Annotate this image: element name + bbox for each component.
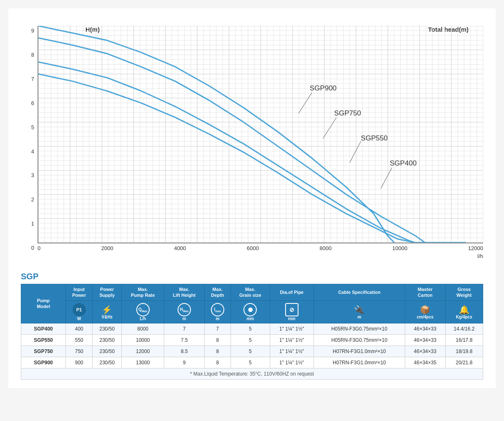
- x-axis-label: 6000: [247, 245, 259, 251]
- cell-dia_of_pipe: 1" 1¼" 1½": [270, 323, 313, 334]
- cell-model: SGP550: [21, 334, 66, 346]
- cell-max_depth: 8: [204, 357, 231, 368]
- cell-max_grain_size: 5: [231, 334, 270, 346]
- col-header-max_lift_height: Max.Lift Height: [164, 284, 205, 301]
- table-header-icons: P1W⚡V&HzQMaxL/hHMaxmImaxm⬤mm⊘mm🔌m📦cm/4pc…: [21, 301, 483, 323]
- cell-gross_weight: 14.4/16.2: [445, 323, 483, 334]
- y-axis-label: 7: [31, 76, 34, 82]
- table-footer: * Max.Liquid Temperature: 35°C, 110V/60H…: [21, 368, 483, 379]
- cell-max_depth: 8: [204, 334, 231, 346]
- cell-max_pump_rate: 8000: [122, 323, 164, 334]
- cell-input_power: 400: [66, 323, 93, 334]
- svg-line-122: [350, 141, 361, 163]
- x-axis-label: 2000: [101, 245, 113, 251]
- cell-max_lift_height: 8.5: [164, 346, 205, 357]
- cell-input_power: 750: [66, 346, 93, 357]
- cell-cable_spec: H05RN-F3G0.75mm²×10: [313, 323, 405, 334]
- x-unit: l/h: [38, 253, 483, 259]
- y-axis-label: 0: [31, 245, 34, 251]
- col-header-max_depth: Max.Depth: [204, 284, 231, 301]
- y-axis-label: 5: [31, 124, 34, 130]
- x-axis-label: 4000: [174, 245, 186, 251]
- col-icon-max_pump_rate: QMaxL/h: [122, 301, 164, 323]
- col-header-max_pump_rate: Max.Pump Rate: [122, 284, 164, 301]
- cell-max_grain_size: 5: [231, 346, 270, 357]
- col-icon-dia_of_pipe: ⊘mm: [270, 301, 313, 323]
- y-axis-label: 4: [31, 148, 34, 155]
- col-icon-max_depth: Imaxm: [204, 301, 231, 323]
- table-row: SGP550550230/50100007.5851" 1¼" 1½"H05RN…: [21, 334, 483, 346]
- table-section: SGP PumpModelInputPowerPowerSupplyMax.Pu…: [21, 272, 483, 380]
- col-header-cable_spec: Cable Specification: [313, 284, 405, 301]
- cell-gross_weight: 20/21.8: [445, 357, 483, 368]
- x-axis-label: 0: [38, 245, 40, 251]
- x-axis-label: 8000: [320, 245, 332, 251]
- col-icon-power_supply: ⚡V&Hz: [93, 301, 122, 323]
- svg-line-120: [323, 118, 336, 138]
- table-row: SGP400400230/5080007751" 1¼" 1½"H05RN-F3…: [21, 323, 483, 334]
- cell-gross_weight: 18/19.8: [445, 346, 483, 357]
- cell-max_pump_rate: 10000: [122, 334, 164, 346]
- col-header-master_carton: MasterCarton: [405, 284, 445, 301]
- spec-table: PumpModelInputPowerPowerSupplyMax.Pump R…: [21, 284, 483, 380]
- cell-max_depth: 8: [204, 346, 231, 357]
- cell-max_pump_rate: 12000: [122, 346, 164, 357]
- cell-dia_of_pipe: 1" 1¼" 1½": [270, 346, 313, 357]
- cell-power_supply: 230/50: [93, 357, 122, 368]
- y-axis-label: 3: [31, 172, 34, 178]
- cell-cable_spec: H07RN-F3G1.0mm²×10: [313, 357, 405, 368]
- cell-input_power: 550: [66, 334, 93, 346]
- y-axis-label: 6: [31, 100, 34, 106]
- col-header-dia_of_pipe: Dia.of Pipe: [270, 284, 313, 301]
- cell-master_carton: 46×34×33: [405, 323, 445, 334]
- chart-plot: SGP900SGP750SGP550SGP400 020004000600080…: [38, 26, 483, 259]
- col-icon-max_lift_height: HMaxm: [164, 301, 205, 323]
- chart-svg: SGP900SGP750SGP550SGP400: [38, 26, 483, 243]
- chart-wrapper: 0123456789 SGP900SGP750SGP550SGP400 0200…: [21, 26, 483, 259]
- table-body: SGP400400230/5080007751" 1¼" 1½"H05RN-F3…: [21, 323, 483, 368]
- svg-text:SGP900: SGP900: [310, 84, 336, 92]
- y-axis-label: 1: [31, 221, 34, 227]
- cell-model: SGP750: [21, 346, 66, 357]
- table-row: SGP750750230/50120008.5851" 1¼" 1½"H07RN…: [21, 346, 483, 357]
- cell-power_supply: 230/50: [93, 346, 122, 357]
- cell-master_carton: 46×34×33: [405, 346, 445, 357]
- cell-input_power: 900: [66, 357, 93, 368]
- cell-max_depth: 7: [204, 323, 231, 334]
- cell-max_lift_height: 9: [164, 357, 205, 368]
- col-header-input_power: InputPower: [66, 284, 93, 301]
- x-axis-wrapper: 020004000600080001000012000 l/h: [38, 243, 483, 259]
- x-axis-label: 12000: [468, 245, 483, 251]
- col-icon-master_carton: 📦cm/4pcs: [405, 301, 445, 323]
- cell-cable_spec: H07RN-F3G1.0mm²×10: [313, 346, 405, 357]
- cell-model: SGP900: [21, 357, 66, 368]
- table-row: SGP900900230/50130009851" 1¼" 1½"H07RN-F…: [21, 357, 483, 368]
- cell-model: SGP400: [21, 323, 66, 334]
- svg-text:SGP400: SGP400: [390, 159, 416, 167]
- cell-max_pump_rate: 13000: [122, 357, 164, 368]
- section-label: SGP: [21, 272, 483, 281]
- cell-gross_weight: 16/17.8: [445, 334, 483, 346]
- chart-grid: SGP900SGP750SGP550SGP400: [38, 26, 483, 243]
- main-container: H(m) Total head(m) 0123456789 SGP900SGP7…: [8, 8, 496, 388]
- svg-text:SGP550: SGP550: [361, 134, 388, 142]
- cell-max_lift_height: 7.5: [164, 334, 205, 346]
- cell-cable_spec: H05RN-F3G0.75mm²×10: [313, 334, 405, 346]
- y-axis: 0123456789: [21, 26, 38, 259]
- col-icon-input_power: P1W: [66, 301, 93, 323]
- table-header-top: PumpModelInputPowerPowerSupplyMax.Pump R…: [21, 284, 483, 301]
- col-icon-cable_spec: 🔌m: [313, 301, 405, 323]
- chart-area: H(m) Total head(m) 0123456789 SGP900SGP7…: [21, 26, 483, 259]
- y-axis-label: 9: [31, 28, 34, 34]
- cell-max_grain_size: 5: [231, 357, 270, 368]
- cell-max_lift_height: 7: [164, 323, 205, 334]
- svg-line-124: [381, 168, 392, 188]
- col-icon-max_grain_size: ⬤mm: [231, 301, 270, 323]
- cell-power_supply: 230/50: [93, 334, 122, 346]
- col-icon-gross_weight: 🔔Kg/4pcs: [445, 301, 483, 323]
- col-header-model: PumpModel: [21, 284, 66, 323]
- x-axis: 020004000600080001000012000: [38, 245, 483, 251]
- footer-note: * Max.Liquid Temperature: 35°C, 110V/60H…: [21, 368, 483, 379]
- cell-dia_of_pipe: 1" 1¼" 1½": [270, 357, 313, 368]
- col-header-max_grain_size: Max.Grain size: [231, 284, 270, 301]
